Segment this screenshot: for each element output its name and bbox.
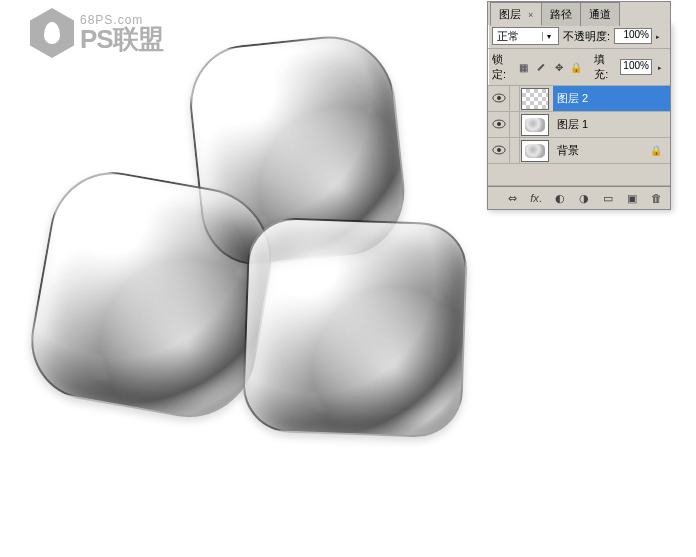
- layers-panel: 图层 × 路径 通道 – × 正常 ▾ 不透明度: 100% ▸ 锁定: ▦: [487, 23, 671, 210]
- layer-item[interactable]: 图层 1: [488, 112, 670, 138]
- blend-mode-select[interactable]: 正常 ▾: [492, 27, 559, 45]
- lock-paint-icon[interactable]: [536, 60, 547, 74]
- lock-transparency-icon[interactable]: ▦: [518, 60, 529, 74]
- eye-icon: [492, 93, 506, 105]
- layer-thumbnail[interactable]: [521, 140, 549, 162]
- opacity-spinner[interactable]: ▸: [656, 33, 666, 40]
- lock-label: 锁定:: [492, 52, 512, 82]
- layer-group-button[interactable]: ▭: [600, 190, 616, 206]
- layer-mask-button[interactable]: ◐: [552, 190, 568, 206]
- opacity-label: 不透明度:: [563, 29, 610, 44]
- link-column[interactable]: [510, 112, 520, 137]
- tab-channels[interactable]: 通道: [580, 2, 620, 26]
- layer-thumbnail[interactable]: [521, 88, 549, 110]
- tab-label: 路径: [550, 8, 572, 20]
- fill-input[interactable]: 100%: [620, 59, 651, 75]
- lock-icon: 🔒: [650, 145, 662, 156]
- svg-point-5: [497, 148, 501, 152]
- lock-all-icon[interactable]: 🔒: [570, 60, 582, 74]
- chevron-down-icon: ▾: [542, 32, 556, 41]
- adjustment-layer-button[interactable]: ◑: [576, 190, 592, 206]
- lock-position-icon[interactable]: ✥: [553, 60, 564, 74]
- layer-name-area[interactable]: 背景 🔒: [553, 138, 670, 163]
- eye-icon: [492, 145, 506, 157]
- tab-label: 图层: [499, 8, 521, 20]
- ice-cube-image: [241, 216, 468, 439]
- layer-item[interactable]: 图层 2: [488, 86, 670, 112]
- fill-label: 填充:: [594, 52, 614, 82]
- layer-list: 图层 2 图层 1 背景: [488, 86, 670, 186]
- svg-point-1: [497, 96, 501, 100]
- layer-name-area[interactable]: 图层 2: [553, 86, 670, 111]
- close-icon[interactable]: ×: [528, 10, 533, 20]
- new-layer-button[interactable]: ▣: [624, 190, 640, 206]
- tab-label: 通道: [589, 8, 611, 20]
- lock-fill-row: 锁定: ▦ ✥ 🔒 填充: 100% ▸: [488, 49, 670, 86]
- layer-name: 图层 2: [557, 91, 588, 106]
- panel-titlebar: 图层 × 路径 通道 – ×: [487, 1, 671, 25]
- link-column[interactable]: [510, 86, 520, 111]
- svg-point-3: [497, 122, 501, 126]
- blend-opacity-row: 正常 ▾ 不透明度: 100% ▸: [488, 24, 670, 49]
- tab-paths[interactable]: 路径: [541, 2, 581, 26]
- link-layers-button[interactable]: ⇔: [504, 190, 520, 206]
- fill-spinner[interactable]: ▸: [658, 64, 666, 71]
- eye-icon: [492, 119, 506, 131]
- visibility-toggle[interactable]: [488, 86, 510, 111]
- delete-layer-button[interactable]: 🗑: [648, 190, 664, 206]
- panel-tabs: 图层 × 路径 通道: [488, 1, 619, 25]
- canvas-content[interactable]: [40, 30, 500, 510]
- layer-name: 图层 1: [557, 117, 588, 132]
- blend-mode-value: 正常: [497, 29, 519, 44]
- opacity-input[interactable]: 100%: [614, 28, 652, 44]
- link-column[interactable]: [510, 138, 520, 163]
- visibility-toggle[interactable]: [488, 112, 510, 137]
- layer-thumbnail[interactable]: [521, 114, 549, 136]
- layer-name-area[interactable]: 图层 1: [553, 112, 670, 137]
- visibility-toggle[interactable]: [488, 138, 510, 163]
- layer-style-button[interactable]: fx.: [528, 190, 544, 206]
- layer-item[interactable]: 背景 🔒: [488, 138, 670, 164]
- panel-footer: ⇔ fx. ◐ ◑ ▭ ▣ 🗑: [488, 186, 670, 209]
- layer-name: 背景: [557, 143, 579, 158]
- layer-list-empty-row: [488, 164, 670, 186]
- tab-layers[interactable]: 图层 ×: [490, 2, 542, 26]
